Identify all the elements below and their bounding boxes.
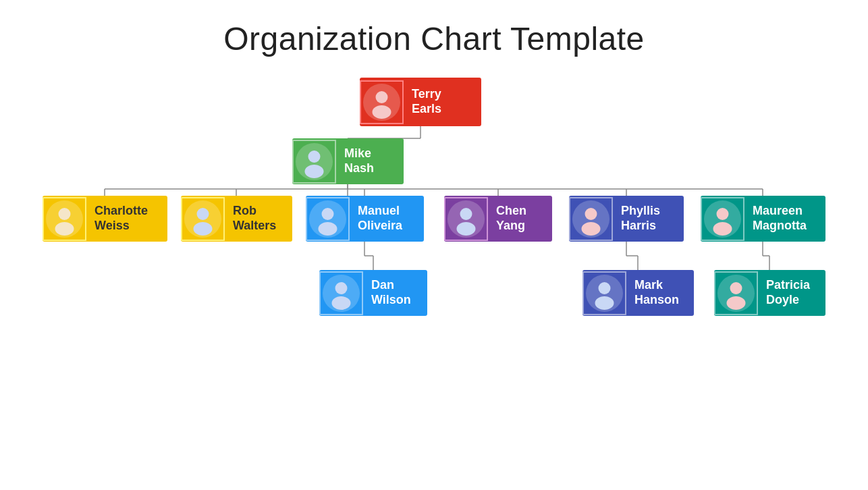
node-patricia: Patricia Doyle bbox=[714, 270, 825, 316]
name-terry: Terry Earls bbox=[404, 87, 450, 116]
name-rob: Rob Walters bbox=[225, 204, 292, 233]
node-charlotte: Charlotte Weiss bbox=[43, 196, 167, 242]
svg-point-51 bbox=[730, 282, 742, 294]
avatar-maureen bbox=[704, 200, 741, 238]
photo-terry bbox=[360, 80, 404, 124]
name-mark: Mark Hanson bbox=[626, 278, 694, 307]
svg-point-30 bbox=[197, 208, 209, 220]
avatar-phyllis bbox=[572, 200, 609, 238]
svg-point-40 bbox=[582, 222, 601, 236]
avatar-manuel bbox=[309, 200, 346, 238]
svg-point-49 bbox=[595, 296, 614, 310]
svg-point-46 bbox=[332, 296, 351, 310]
svg-point-48 bbox=[599, 282, 611, 294]
photo-rob bbox=[181, 197, 225, 241]
svg-point-36 bbox=[460, 208, 472, 220]
avatar-mark bbox=[586, 275, 623, 312]
svg-point-31 bbox=[194, 222, 213, 236]
name-charlotte: Charlotte Weiss bbox=[86, 204, 167, 233]
org-chart: Terry Earls Mike Nash Charlotte Weiss bbox=[29, 71, 839, 490]
svg-point-34 bbox=[319, 222, 337, 236]
photo-mark bbox=[582, 271, 626, 315]
page-title: Organization Chart Template bbox=[223, 20, 645, 57]
name-maureen: Maureen Magnotta bbox=[744, 204, 825, 233]
avatar-mike bbox=[296, 143, 333, 180]
svg-point-52 bbox=[727, 296, 746, 310]
avatar-patricia bbox=[717, 275, 755, 312]
node-rob: Rob Walters bbox=[181, 196, 292, 242]
svg-point-45 bbox=[335, 282, 348, 294]
name-phyllis: Phyllis Harris bbox=[613, 204, 684, 233]
name-dan: Dan Wilson bbox=[363, 278, 427, 307]
photo-phyllis bbox=[569, 197, 613, 241]
svg-point-24 bbox=[308, 151, 321, 163]
svg-point-25 bbox=[305, 165, 324, 178]
photo-patricia bbox=[714, 271, 758, 315]
node-manuel: Manuel Oliveira bbox=[306, 196, 424, 242]
name-manuel: Manuel Oliveira bbox=[350, 204, 424, 233]
svg-point-22 bbox=[373, 105, 391, 119]
name-mike: Mike Nash bbox=[336, 146, 404, 175]
avatar-chen bbox=[447, 200, 485, 238]
svg-point-21 bbox=[376, 91, 388, 103]
svg-point-33 bbox=[322, 208, 334, 220]
svg-point-27 bbox=[59, 208, 71, 220]
avatar-charlotte bbox=[46, 200, 83, 238]
photo-mike bbox=[292, 140, 336, 184]
svg-point-37 bbox=[457, 222, 476, 236]
name-chen: Chen Yang bbox=[488, 204, 552, 233]
node-mike: Mike Nash bbox=[292, 138, 404, 184]
node-maureen: Maureen Magnotta bbox=[701, 196, 825, 242]
avatar-rob bbox=[184, 200, 221, 238]
photo-charlotte bbox=[43, 197, 86, 241]
svg-point-28 bbox=[55, 222, 74, 236]
node-dan: Dan Wilson bbox=[319, 270, 427, 316]
avatar-terry bbox=[363, 84, 400, 121]
node-phyllis: Phyllis Harris bbox=[569, 196, 684, 242]
avatar-dan bbox=[323, 275, 360, 312]
photo-manuel bbox=[306, 197, 350, 241]
photo-chen bbox=[444, 197, 488, 241]
svg-point-43 bbox=[713, 222, 732, 236]
node-chen: Chen Yang bbox=[444, 196, 552, 242]
node-mark: Mark Hanson bbox=[582, 270, 694, 316]
svg-point-42 bbox=[717, 208, 729, 220]
name-patricia: Patricia Doyle bbox=[758, 278, 825, 307]
photo-maureen bbox=[701, 197, 744, 241]
photo-dan bbox=[319, 271, 363, 315]
node-terry: Terry Earls bbox=[360, 78, 481, 126]
svg-point-39 bbox=[585, 208, 597, 220]
